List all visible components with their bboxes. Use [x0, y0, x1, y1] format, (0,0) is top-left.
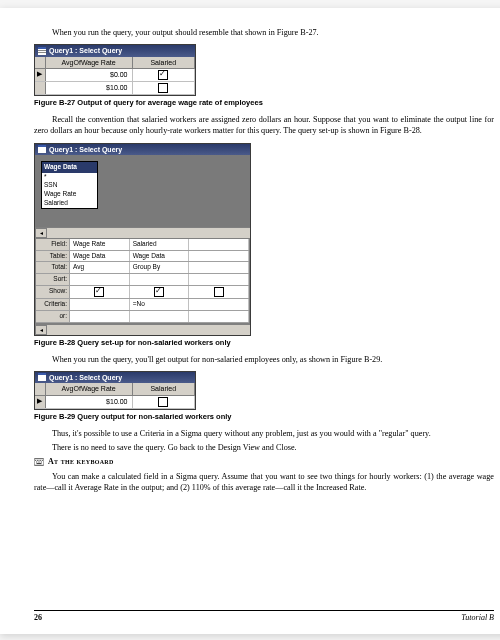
grid-cell[interactable] [189, 286, 249, 298]
list-item[interactable]: Wage Rate [42, 190, 97, 199]
paragraph-5: There is no need to save the query. Go b… [34, 442, 494, 453]
fig27-window: Query1 : Select Query AvgOfWage Rate Sal… [34, 44, 196, 96]
rate-cell: $10.00 [46, 82, 133, 94]
keyboard-heading: At the keyboard [48, 457, 114, 468]
svg-rect-12 [40, 460, 41, 461]
row-selector[interactable]: ▶ [35, 396, 46, 408]
hscroll-upper[interactable]: ◂ [35, 227, 250, 238]
fig29-title: Query1 : Select Query [49, 373, 122, 382]
checkbox-icon [158, 397, 168, 407]
scroll-left-icon[interactable]: ◂ [35, 325, 47, 335]
grid-cell[interactable] [70, 311, 130, 322]
salaried-cell [133, 396, 195, 408]
row-selector-header [35, 57, 46, 68]
fig29-window: Query1 : Select Query AvgOfWage Rate Sal… [34, 371, 196, 410]
row-selector[interactable]: ▶ [35, 69, 46, 81]
grid-cell[interactable] [189, 299, 249, 310]
field-list[interactable]: Wage Data * SSN Wage Rate Salaried [41, 161, 98, 209]
row-selector[interactable] [35, 82, 46, 94]
svg-rect-3 [38, 52, 46, 53]
list-item[interactable]: SSN [42, 181, 97, 190]
checkbox-icon [94, 287, 104, 297]
fig27-col2: Salaried [133, 57, 195, 68]
grid-row-table: Table: Wage Data Wage Data [36, 251, 249, 263]
grid-cell[interactable] [189, 251, 249, 262]
salaried-cell [133, 82, 195, 94]
fig28-window: Query1 : Select Query Wage Data * SSN Wa… [34, 143, 251, 336]
rate-cell: $0.00 [46, 69, 133, 81]
grid-row-criteria: Criteria: =No [36, 299, 249, 311]
checkbox-icon [158, 70, 168, 80]
datasheet-icon [38, 145, 46, 153]
table-row: $10.00 [35, 82, 195, 95]
hscroll-lower[interactable]: ◂ [35, 324, 250, 335]
grid-cell[interactable] [130, 311, 190, 322]
paragraph-3: When you run the query, you'll get outpu… [34, 354, 494, 365]
grid-cell[interactable]: Wage Rate [70, 239, 130, 250]
grid-row-or: or: [36, 311, 249, 323]
grid-cell[interactable] [189, 262, 249, 273]
grid-cell[interactable] [130, 286, 190, 298]
tutorial-label: Tutorial B [461, 613, 494, 624]
page: When you run the query, your output shou… [0, 8, 500, 634]
grid-cell[interactable] [130, 274, 190, 285]
svg-rect-5 [38, 145, 46, 147]
grid-row-show: Show: [36, 286, 249, 299]
fig29-col1: AvgOfWage Rate [46, 383, 133, 394]
grid-cell[interactable]: Wage Data [130, 251, 190, 262]
grid-label: Sort: [36, 274, 70, 285]
grid-cell[interactable] [70, 274, 130, 285]
grid-row-sort: Sort: [36, 274, 249, 286]
svg-rect-13 [42, 460, 43, 461]
fig29-caption: Figure B-29 Query output for non-salarie… [34, 412, 494, 422]
grid-label: Table: [36, 251, 70, 262]
svg-rect-2 [38, 50, 46, 51]
fig27-col1: AvgOfWage Rate [46, 57, 133, 68]
design-grid: Field: Wage Rate Salaried Table: Wage Da… [35, 238, 250, 324]
svg-rect-7 [38, 373, 46, 375]
datasheet-icon [38, 373, 46, 381]
svg-rect-14 [36, 462, 37, 463]
fig27-titlebar: Query1 : Select Query [35, 45, 195, 56]
paragraph-2: Recall the convention that salaried work… [34, 114, 494, 136]
salaried-cell [133, 69, 195, 81]
grid-cell[interactable]: Wage Data [70, 251, 130, 262]
grid-cell[interactable] [189, 311, 249, 322]
svg-rect-18 [37, 464, 42, 465]
grid-label: Show: [36, 286, 70, 298]
table-row: ▶ $0.00 [35, 69, 195, 82]
list-item[interactable]: * [42, 173, 97, 182]
svg-rect-15 [38, 462, 39, 463]
grid-cell[interactable]: Avg [70, 262, 130, 273]
fig29-col2: Salaried [133, 383, 195, 394]
grid-cell[interactable] [189, 239, 249, 250]
grid-cell[interactable]: =No [130, 299, 190, 310]
fig28-titlebar: Query1 : Select Query [35, 144, 250, 155]
scroll-left-icon[interactable]: ◂ [35, 228, 47, 238]
fig27-header-row: AvgOfWage Rate Salaried [35, 57, 195, 69]
datasheet-icon [38, 47, 46, 55]
table-row: ▶ $10.00 [35, 396, 195, 409]
keyboard-heading-line: At the keyboard [34, 457, 494, 468]
grid-cell[interactable] [70, 299, 130, 310]
svg-rect-11 [39, 460, 40, 461]
grid-row-field: Field: Wage Rate Salaried [36, 239, 249, 251]
grid-cell[interactable] [70, 286, 130, 298]
fig28-caption: Figure B-28 Query set-up for non-salarie… [34, 338, 494, 348]
grid-label: Criteria: [36, 299, 70, 310]
rate-cell: $10.00 [46, 396, 133, 408]
grid-cell[interactable]: Group By [130, 262, 190, 273]
grid-row-total: Total: Avg Group By [36, 262, 249, 274]
list-item[interactable]: Salaried [42, 199, 97, 208]
checkbox-icon [154, 287, 164, 297]
svg-rect-17 [41, 462, 42, 463]
fig29-header-row: AvgOfWage Rate Salaried [35, 383, 195, 395]
fig28-title: Query1 : Select Query [49, 145, 122, 154]
grid-cell[interactable] [189, 274, 249, 285]
grid-cell[interactable]: Salaried [130, 239, 190, 250]
intro-paragraph: When you run the query, your output shou… [34, 27, 494, 38]
paragraph-4: Thus, it's possible to use a Criteria in… [34, 428, 494, 439]
paragraph-6: You can make a calculated field in a Sig… [34, 471, 494, 493]
grid-label: Total: [36, 262, 70, 273]
grid-label: Field: [36, 239, 70, 250]
